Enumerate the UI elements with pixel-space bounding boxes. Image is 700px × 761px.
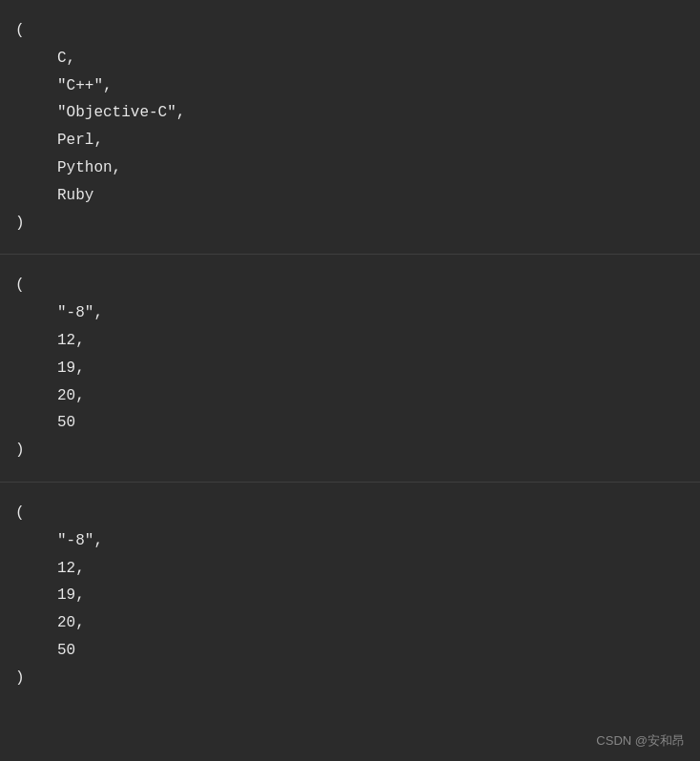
block-3-item-2: 12,	[0, 555, 700, 583]
block-2-item-4: 20,	[0, 382, 700, 410]
block-1-item-3: "Objective-C",	[0, 99, 700, 127]
block-open-2: (	[0, 272, 700, 299]
block-close-1: )	[0, 210, 700, 237]
block-2-item-5: 50	[0, 409, 700, 437]
watermark-label: CSDN @安和昂	[596, 732, 685, 750]
block-2-item-2: 12,	[0, 327, 700, 355]
block-3-item-1: "-8",	[0, 527, 700, 555]
code-block-2: ("-8",12,19,20,50)	[0, 255, 700, 483]
block-close-2: )	[0, 437, 700, 464]
block-1-item-2: "C++",	[0, 72, 700, 100]
block-1-item-4: Perl,	[0, 127, 700, 154]
code-block-3: ("-8",12,19,20,50)	[0, 483, 700, 710]
code-block-1: (C,"C++","Objective-C",Perl,Python,Ruby)	[0, 0, 700, 255]
block-3-item-3: 19,	[0, 582, 700, 609]
block-close-3: )	[0, 665, 700, 692]
block-1-item-1: C,	[0, 45, 700, 72]
block-1-item-6: Ruby	[0, 182, 700, 210]
block-2-item-3: 19,	[0, 355, 700, 382]
block-2-item-1: "-8",	[0, 299, 700, 327]
block-3-item-4: 20,	[0, 609, 700, 637]
block-open-3: (	[0, 500, 700, 527]
block-3-item-5: 50	[0, 637, 700, 665]
code-container: (C,"C++","Objective-C",Perl,Python,Ruby)…	[0, 0, 700, 710]
block-open-1: (	[0, 17, 700, 45]
block-1-item-5: Python,	[0, 154, 700, 182]
